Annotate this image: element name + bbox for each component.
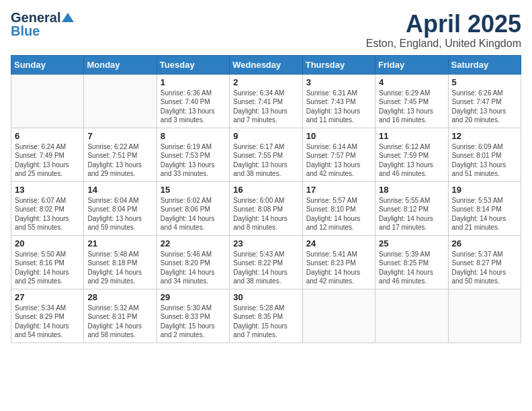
calendar-week-row: 27Sunrise: 5:34 AM Sunset: 8:29 PM Dayli… [11, 289, 521, 342]
day-info: Sunrise: 5:30 AM Sunset: 8:33 PM Dayligh… [161, 304, 226, 340]
day-number: 28 [87, 292, 152, 302]
location-text: Eston, England, United Kingdom [366, 38, 521, 50]
day-info: Sunrise: 6:26 AM Sunset: 7:47 PM Dayligh… [452, 89, 517, 125]
calendar-week-row: 13Sunrise: 6:07 AM Sunset: 8:02 PM Dayli… [11, 181, 521, 235]
calendar-cell: 9Sunrise: 6:17 AM Sunset: 7:55 PM Daylig… [230, 128, 302, 181]
day-number: 10 [306, 131, 371, 141]
day-number: 11 [379, 131, 444, 141]
day-info: Sunrise: 5:41 AM Sunset: 8:23 PM Dayligh… [306, 250, 371, 286]
col-header-wednesday: Wednesday [230, 55, 302, 74]
day-number: 15 [161, 185, 226, 195]
day-number: 23 [233, 238, 298, 248]
day-number: 3 [306, 77, 371, 87]
day-info: Sunrise: 5:43 AM Sunset: 8:22 PM Dayligh… [233, 250, 298, 286]
month-title: April 2025 [366, 11, 521, 38]
calendar-cell: 23Sunrise: 5:43 AM Sunset: 8:22 PM Dayli… [230, 235, 302, 289]
day-number: 26 [452, 238, 517, 248]
calendar-cell [11, 74, 84, 128]
day-number: 13 [15, 185, 80, 195]
logo-icon [62, 13, 74, 22]
day-info: Sunrise: 6:14 AM Sunset: 7:57 PM Dayligh… [306, 142, 371, 179]
day-info: Sunrise: 5:55 AM Sunset: 8:12 PM Dayligh… [379, 196, 444, 232]
day-number: 20 [15, 238, 80, 248]
day-info: Sunrise: 6:34 AM Sunset: 7:41 PM Dayligh… [233, 89, 298, 125]
day-info: Sunrise: 6:02 AM Sunset: 8:06 PM Dayligh… [161, 196, 226, 232]
logo-general-text: General [11, 11, 60, 24]
day-number: 5 [452, 77, 517, 87]
col-header-friday: Friday [375, 55, 448, 74]
day-number: 9 [233, 131, 298, 141]
day-number: 1 [161, 77, 226, 87]
day-info: Sunrise: 5:50 AM Sunset: 8:16 PM Dayligh… [15, 250, 80, 286]
day-info: Sunrise: 6:31 AM Sunset: 7:43 PM Dayligh… [306, 89, 371, 125]
day-info: Sunrise: 5:32 AM Sunset: 8:31 PM Dayligh… [87, 304, 152, 340]
day-number: 24 [306, 238, 371, 248]
day-info: Sunrise: 6:09 AM Sunset: 8:01 PM Dayligh… [452, 142, 517, 179]
page-header: General Blue April 2025 Eston, England, … [11, 11, 521, 50]
day-info: Sunrise: 6:19 AM Sunset: 7:53 PM Dayligh… [161, 142, 226, 179]
calendar-cell [375, 289, 448, 342]
calendar-cell: 25Sunrise: 5:39 AM Sunset: 8:25 PM Dayli… [375, 235, 448, 289]
day-number: 21 [87, 238, 152, 248]
calendar-cell: 5Sunrise: 6:26 AM Sunset: 7:47 PM Daylig… [448, 74, 521, 128]
day-number: 7 [87, 131, 152, 141]
calendar-cell: 1Sunrise: 6:36 AM Sunset: 7:40 PM Daylig… [157, 74, 229, 128]
day-info: Sunrise: 6:12 AM Sunset: 7:59 PM Dayligh… [379, 142, 444, 179]
day-number: 25 [379, 238, 444, 248]
calendar-cell: 7Sunrise: 6:22 AM Sunset: 7:51 PM Daylig… [84, 128, 157, 181]
svg-marker-0 [62, 13, 74, 22]
day-number: 4 [379, 77, 444, 87]
logo: General Blue [11, 11, 74, 38]
day-info: Sunrise: 5:37 AM Sunset: 8:27 PM Dayligh… [452, 250, 517, 286]
day-number: 12 [452, 131, 517, 141]
day-number: 16 [233, 185, 298, 195]
day-number: 30 [233, 292, 298, 302]
col-header-monday: Monday [84, 55, 157, 74]
day-number: 22 [161, 238, 226, 248]
calendar-cell: 29Sunrise: 5:30 AM Sunset: 8:33 PM Dayli… [157, 289, 229, 342]
calendar-cell: 24Sunrise: 5:41 AM Sunset: 8:23 PM Dayli… [302, 235, 375, 289]
calendar-header-row: SundayMondayTuesdayWednesdayThursdayFrid… [11, 55, 521, 74]
day-info: Sunrise: 6:17 AM Sunset: 7:55 PM Dayligh… [233, 142, 298, 179]
day-info: Sunrise: 5:57 AM Sunset: 8:10 PM Dayligh… [306, 196, 371, 232]
day-info: Sunrise: 5:39 AM Sunset: 8:25 PM Dayligh… [379, 250, 444, 286]
day-number: 29 [161, 292, 226, 302]
day-info: Sunrise: 6:22 AM Sunset: 7:51 PM Dayligh… [87, 142, 152, 179]
day-number: 2 [233, 77, 298, 87]
calendar-table: SundayMondayTuesdayWednesdayThursdayFrid… [11, 55, 521, 343]
day-info: Sunrise: 6:04 AM Sunset: 8:04 PM Dayligh… [87, 196, 152, 232]
calendar-week-row: 20Sunrise: 5:50 AM Sunset: 8:16 PM Dayli… [11, 235, 521, 289]
day-info: Sunrise: 6:29 AM Sunset: 7:45 PM Dayligh… [379, 89, 444, 125]
calendar-cell: 30Sunrise: 5:28 AM Sunset: 8:35 PM Dayli… [230, 289, 302, 342]
calendar-cell: 6Sunrise: 6:24 AM Sunset: 7:49 PM Daylig… [11, 128, 84, 181]
col-header-saturday: Saturday [448, 55, 521, 74]
day-info: Sunrise: 5:28 AM Sunset: 8:35 PM Dayligh… [233, 304, 298, 340]
calendar-cell: 17Sunrise: 5:57 AM Sunset: 8:10 PM Dayli… [302, 181, 375, 235]
calendar-cell: 20Sunrise: 5:50 AM Sunset: 8:16 PM Dayli… [11, 235, 84, 289]
day-number: 8 [161, 131, 226, 141]
col-header-tuesday: Tuesday [157, 55, 229, 74]
calendar-cell: 22Sunrise: 5:46 AM Sunset: 8:20 PM Dayli… [157, 235, 229, 289]
day-info: Sunrise: 5:53 AM Sunset: 8:14 PM Dayligh… [452, 196, 517, 232]
calendar-cell: 12Sunrise: 6:09 AM Sunset: 8:01 PM Dayli… [448, 128, 521, 181]
calendar-cell: 11Sunrise: 6:12 AM Sunset: 7:59 PM Dayli… [375, 128, 448, 181]
calendar-cell: 13Sunrise: 6:07 AM Sunset: 8:02 PM Dayli… [11, 181, 84, 235]
calendar-cell [448, 289, 521, 342]
calendar-cell: 8Sunrise: 6:19 AM Sunset: 7:53 PM Daylig… [157, 128, 229, 181]
calendar-cell: 4Sunrise: 6:29 AM Sunset: 7:45 PM Daylig… [375, 74, 448, 128]
day-number: 17 [306, 185, 371, 195]
calendar-week-row: 1Sunrise: 6:36 AM Sunset: 7:40 PM Daylig… [11, 74, 521, 128]
day-info: Sunrise: 6:36 AM Sunset: 7:40 PM Dayligh… [161, 89, 226, 125]
day-info: Sunrise: 6:07 AM Sunset: 8:02 PM Dayligh… [15, 196, 80, 232]
day-info: Sunrise: 6:00 AM Sunset: 8:08 PM Dayligh… [233, 196, 298, 232]
calendar-cell: 16Sunrise: 6:00 AM Sunset: 8:08 PM Dayli… [230, 181, 302, 235]
day-info: Sunrise: 5:48 AM Sunset: 8:18 PM Dayligh… [87, 250, 152, 286]
day-info: Sunrise: 6:24 AM Sunset: 7:49 PM Dayligh… [15, 142, 80, 179]
calendar-cell: 18Sunrise: 5:55 AM Sunset: 8:12 PM Dayli… [375, 181, 448, 235]
day-number: 27 [15, 292, 80, 302]
calendar-cell: 19Sunrise: 5:53 AM Sunset: 8:14 PM Dayli… [448, 181, 521, 235]
day-number: 18 [379, 185, 444, 195]
title-block: April 2025 Eston, England, United Kingdo… [366, 11, 521, 50]
day-number: 19 [452, 185, 517, 195]
calendar-week-row: 6Sunrise: 6:24 AM Sunset: 7:49 PM Daylig… [11, 128, 521, 181]
